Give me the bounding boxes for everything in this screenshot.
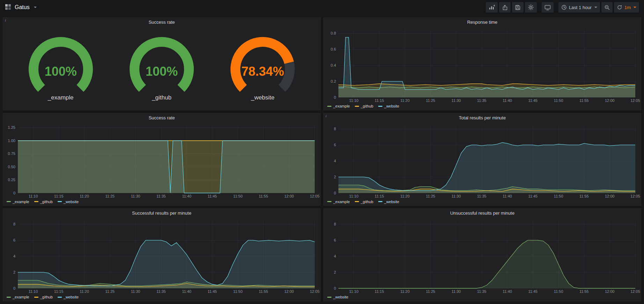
time-range-picker[interactable]: Last 1 hour bbox=[558, 2, 600, 13]
svg-text:11:50: 11:50 bbox=[554, 98, 563, 103]
svg-text:11:10: 11:10 bbox=[349, 194, 359, 198]
zoom-out-button[interactable] bbox=[601, 2, 613, 13]
svg-text:0.2: 0.2 bbox=[331, 79, 336, 83]
svg-text:0.6: 0.6 bbox=[331, 47, 336, 51]
legend-label: _website bbox=[384, 104, 399, 108]
svg-text:11:55: 11:55 bbox=[579, 98, 589, 103]
svg-text:12:05: 12:05 bbox=[630, 194, 640, 198]
panel-info-icon[interactable]: i bbox=[324, 113, 329, 119]
chevron-down-icon bbox=[634, 7, 636, 8]
gauge-label: _github bbox=[111, 94, 212, 101]
legend-swatch bbox=[58, 201, 62, 202]
chart-legend: _website bbox=[324, 295, 641, 301]
chart-canvas[interactable]: 00.250.500.751.001.2511:1011:1511:2011:2… bbox=[5, 122, 318, 199]
success-rate-chart[interactable]: 00.250.500.751.001.2511:1011:1511:2011:2… bbox=[5, 122, 318, 199]
legend-item-_github[interactable]: _github bbox=[34, 200, 53, 204]
refresh-interval-label[interactable]: 1m bbox=[624, 5, 631, 10]
panel-total-results: i Total results per minute 0246811:1011:… bbox=[323, 113, 641, 206]
panel-title[interactable]: Successful results per minute bbox=[132, 210, 191, 216]
svg-text:1.00: 1.00 bbox=[8, 138, 15, 142]
clock-icon bbox=[561, 5, 567, 10]
panel-title[interactable]: Response time bbox=[467, 20, 498, 25]
legend-item-_github[interactable]: _github bbox=[355, 104, 373, 108]
svg-text:12:00: 12:00 bbox=[605, 194, 615, 198]
share-button[interactable] bbox=[499, 2, 511, 13]
time-range-label: Last 1 hour bbox=[569, 5, 592, 10]
legend-item-_github[interactable]: _github bbox=[34, 295, 53, 299]
unsuccessful-results-chart[interactable]: 0246811:1011:1511:2011:2511:3011:3511:40… bbox=[326, 217, 639, 295]
svg-text:4: 4 bbox=[334, 158, 336, 163]
chart-canvas[interactable]: 0246811:1011:1511:2011:2511:3011:3511:40… bbox=[5, 217, 318, 295]
gauge-github: 100% _github bbox=[111, 35, 212, 101]
legend-label: _website bbox=[64, 200, 79, 204]
successful-results-chart[interactable]: 0246811:1011:1511:2011:2511:3011:3511:40… bbox=[5, 217, 318, 295]
settings-button[interactable] bbox=[525, 2, 537, 13]
save-button[interactable] bbox=[512, 2, 524, 13]
dashboard-title-dropdown[interactable]: Gatus bbox=[5, 4, 37, 11]
panel-title[interactable]: Total results per minute bbox=[459, 115, 506, 120]
legend-item-_website[interactable]: _website bbox=[327, 295, 348, 299]
svg-text:12:05: 12:05 bbox=[630, 289, 640, 294]
svg-text:6: 6 bbox=[334, 238, 336, 242]
refresh-button[interactable]: 1m bbox=[614, 2, 639, 13]
svg-text:0.8: 0.8 bbox=[331, 31, 336, 35]
panel-title[interactable]: Success rate bbox=[148, 20, 175, 25]
legend-swatch bbox=[34, 297, 38, 298]
svg-text:11:55: 11:55 bbox=[259, 289, 268, 294]
svg-text:12:00: 12:00 bbox=[605, 289, 615, 294]
tv-mode-button[interactable] bbox=[542, 2, 554, 13]
legend-item-_example[interactable]: _example bbox=[7, 295, 29, 299]
svg-text:11:20: 11:20 bbox=[400, 289, 410, 294]
chart-legend: _example_github_website bbox=[324, 199, 641, 205]
svg-text:12:05: 12:05 bbox=[630, 98, 640, 103]
legend-item-_website[interactable]: _website bbox=[58, 295, 79, 299]
total-results-chart[interactable]: 0246811:1011:1511:2011:2511:3011:3511:40… bbox=[326, 122, 639, 199]
panel-info-icon[interactable]: i bbox=[3, 18, 9, 23]
panel-unsuccessful-results: Unsuccessful results per minute 0246811:… bbox=[323, 208, 641, 301]
chart-canvas[interactable]: 00.20.40.60.811:1011:1511:2011:2511:3011… bbox=[326, 27, 639, 104]
svg-text:11:20: 11:20 bbox=[80, 289, 89, 294]
legend-item-_example[interactable]: _example bbox=[327, 104, 350, 108]
chevron-down-icon bbox=[594, 7, 597, 8]
panel-successful-results: Successful results per minute 0246811:10… bbox=[3, 208, 321, 301]
dashboard-title: Gatus bbox=[15, 4, 30, 10]
svg-text:11:45: 11:45 bbox=[208, 289, 217, 294]
legend-item-_example[interactable]: _example bbox=[327, 200, 350, 204]
chart-legend: _example_github_website bbox=[3, 295, 320, 301]
svg-text:8: 8 bbox=[334, 222, 336, 226]
add-panel-button[interactable] bbox=[486, 2, 498, 13]
legend-item-_website[interactable]: _website bbox=[58, 200, 79, 204]
legend-item-_website[interactable]: _website bbox=[378, 104, 399, 108]
svg-text:11:35: 11:35 bbox=[477, 194, 486, 198]
legend-swatch bbox=[327, 201, 331, 202]
svg-text:12:05: 12:05 bbox=[310, 194, 320, 198]
svg-text:11:30: 11:30 bbox=[452, 289, 461, 294]
legend-item-_website[interactable]: _website bbox=[378, 200, 399, 204]
svg-text:0.50: 0.50 bbox=[8, 164, 15, 169]
legend-label: _example bbox=[13, 295, 29, 299]
svg-text:0.4: 0.4 bbox=[331, 63, 336, 67]
legend-label: _github bbox=[40, 295, 53, 299]
svg-text:12:00: 12:00 bbox=[284, 194, 294, 198]
svg-text:11:25: 11:25 bbox=[426, 289, 435, 294]
svg-text:11:35: 11:35 bbox=[477, 289, 486, 294]
panel-title[interactable]: Unsuccessful results per minute bbox=[450, 210, 514, 216]
chart-canvas[interactable]: 0246811:1011:1511:2011:2511:3011:3511:40… bbox=[326, 122, 639, 199]
legend-swatch bbox=[355, 201, 359, 202]
response-time-chart[interactable]: 00.20.40.60.811:1011:1511:2011:2511:3011… bbox=[326, 27, 639, 104]
panel-title[interactable]: Success rate bbox=[148, 115, 175, 120]
gauge-label: _example bbox=[10, 94, 111, 101]
legend-label: _github bbox=[40, 200, 53, 204]
legend-item-_github[interactable]: _github bbox=[355, 200, 373, 204]
legend-swatch bbox=[58, 297, 62, 298]
svg-text:11:15: 11:15 bbox=[54, 289, 64, 294]
svg-text:0: 0 bbox=[334, 286, 336, 290]
svg-text:11:30: 11:30 bbox=[131, 289, 140, 294]
svg-text:11:35: 11:35 bbox=[156, 289, 166, 294]
chart-canvas[interactable]: 0246811:1011:1511:2011:2511:3011:3511:40… bbox=[326, 217, 639, 295]
legend-label: _website bbox=[64, 295, 79, 299]
svg-text:11:55: 11:55 bbox=[579, 194, 589, 198]
legend-item-_example[interactable]: _example bbox=[7, 200, 29, 204]
legend-swatch bbox=[7, 201, 11, 202]
svg-text:11:45: 11:45 bbox=[528, 289, 538, 294]
